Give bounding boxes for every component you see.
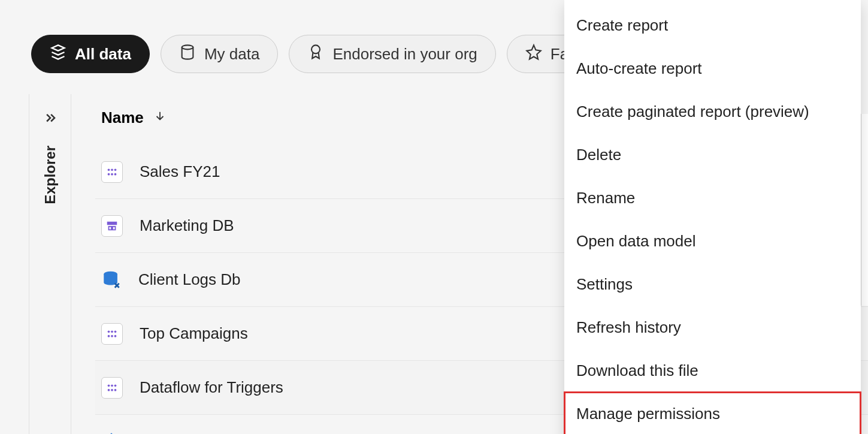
row-label: Sales FY21	[140, 162, 220, 181]
semantic-model-icon	[101, 161, 123, 183]
context-menu: Create reportAuto-create reportCreate pa…	[564, 0, 861, 434]
report-icon	[101, 432, 122, 435]
svg-point-7	[114, 173, 117, 175]
semantic-model-icon	[101, 323, 123, 345]
svg-point-22	[114, 388, 117, 391]
context-menu-item[interactable]: Rename	[564, 176, 861, 219]
star-icon	[525, 44, 542, 65]
svg-point-14	[108, 334, 110, 337]
row-label: Dataflow for Triggers	[140, 378, 283, 397]
context-menu-item[interactable]: Manage permissions	[564, 392, 861, 434]
filter-label: Endorsed in your org	[332, 45, 477, 64]
context-menu-item[interactable]: Delete	[564, 133, 861, 176]
context-menu-item[interactable]: Open data model	[564, 219, 861, 263]
row-label: Marketing DB	[140, 216, 234, 235]
svg-point-2	[108, 168, 110, 171]
context-menu-item[interactable]: Download this file	[564, 349, 861, 392]
context-menu-item[interactable]: Create paginated report (preview)	[564, 90, 861, 133]
column-header-label: Name	[101, 108, 144, 127]
svg-point-4	[114, 168, 117, 171]
svg-point-6	[111, 173, 113, 175]
svg-rect-8	[109, 227, 111, 229]
right-panel-edge	[861, 114, 868, 306]
context-menu-item[interactable]: Refresh history	[564, 306, 861, 349]
svg-point-17	[108, 384, 110, 387]
cylinder-icon	[179, 44, 196, 65]
context-menu-item[interactable]: Create report	[564, 4, 861, 47]
svg-point-11	[108, 330, 110, 333]
svg-point-1	[311, 45, 320, 53]
expand-icon[interactable]	[42, 111, 59, 130]
svg-point-3	[111, 168, 113, 171]
svg-point-12	[111, 330, 113, 333]
explorer-rail: Explorer	[29, 94, 71, 434]
svg-rect-9	[113, 227, 115, 229]
stack-icon	[50, 44, 66, 65]
row-label: Client Logs Db	[138, 270, 241, 289]
semantic-model-icon	[101, 377, 123, 399]
filter-my-data[interactable]: My data	[161, 35, 279, 73]
context-menu-item[interactable]: Auto-create report	[564, 47, 861, 90]
svg-point-0	[182, 45, 193, 49]
database-icon	[101, 270, 122, 290]
svg-point-13	[114, 330, 117, 333]
ribbon-icon	[307, 44, 324, 65]
svg-point-21	[111, 388, 113, 391]
svg-point-16	[114, 334, 117, 337]
filter-all-data[interactable]: All data	[31, 35, 150, 73]
filter-label: My data	[204, 45, 260, 64]
filter-label: All data	[75, 45, 131, 64]
svg-point-18	[111, 384, 113, 387]
svg-point-20	[108, 388, 110, 391]
context-menu-item[interactable]: Settings	[564, 263, 861, 306]
svg-point-5	[108, 173, 110, 175]
sort-down-icon	[153, 108, 167, 127]
datamart-icon	[101, 215, 123, 237]
filter-endorsed[interactable]: Endorsed in your org	[289, 35, 495, 73]
explorer-label: Explorer	[42, 146, 59, 204]
svg-point-19	[114, 384, 117, 387]
svg-point-15	[111, 334, 113, 337]
row-label: Top Campaigns	[140, 324, 248, 343]
